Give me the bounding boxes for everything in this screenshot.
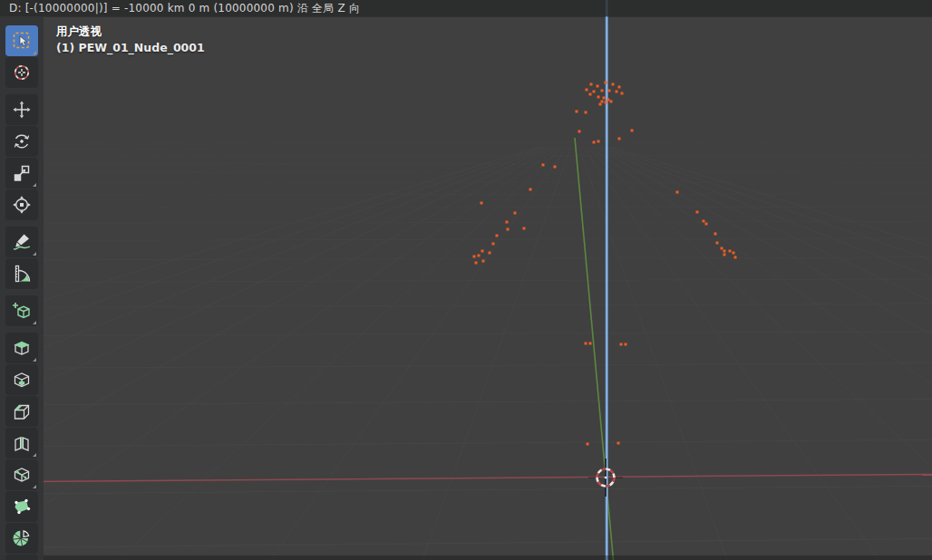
extrude-icon (11, 337, 33, 359)
select-box-icon (11, 30, 33, 52)
submenu-corner-icon (33, 358, 36, 362)
tool-button-extrude-region[interactable] (5, 333, 38, 363)
submenu-corner-icon (33, 252, 36, 256)
tool-button-select-box[interactable] (5, 25, 38, 56)
viewport-bottom-edge (0, 555, 932, 560)
tool-button-cursor[interactable] (5, 57, 38, 88)
measure-icon (11, 263, 33, 285)
floor-grid (0, 142, 932, 560)
tool-button-annotate[interactable] (5, 227, 38, 257)
cursor-3d (588, 459, 623, 497)
x-axis-line (0, 474, 932, 481)
loop-cut-icon (11, 432, 33, 454)
transform-status-bar: D: [-(10000000|)] = -10000 km 0 m (10000… (0, 0, 932, 16)
annotate-icon (11, 231, 33, 253)
tool-button-loop-cut[interactable] (5, 428, 38, 459)
add-cube-icon (11, 300, 33, 322)
transform-icon (11, 194, 33, 216)
tool-button-measure[interactable] (5, 258, 38, 289)
tool-button-bevel[interactable] (5, 396, 38, 427)
tool-button-smooth[interactable] (5, 555, 38, 560)
tool-button-add-cube[interactable] (5, 295, 38, 326)
inset-icon (11, 369, 33, 391)
tool-button-poly-build[interactable] (5, 491, 38, 522)
axis-lines (0, 0, 932, 560)
bevel-icon (11, 401, 33, 422)
scale-icon (11, 162, 33, 184)
tool-button-scale[interactable] (5, 158, 38, 188)
viewport-3d[interactable] (0, 0, 932, 560)
tool-button-transform[interactable] (5, 189, 38, 220)
poly-build-icon (11, 496, 33, 517)
submenu-corner-icon (33, 321, 36, 324)
rotate-icon (11, 130, 33, 152)
spin-icon (11, 527, 33, 549)
submenu-corner-icon (33, 51, 36, 54)
tool-button-inset-faces[interactable] (5, 364, 38, 395)
tool-button-rotate[interactable] (5, 126, 38, 157)
blender-window: { "header": { "status_text": "D: [-(1000… (0, 0, 932, 560)
active-object-label: (1) PEW_01_Nude_0001 (56, 41, 205, 54)
tool-button-move[interactable] (5, 94, 38, 125)
knife-icon (11, 464, 33, 486)
cursor-tool-icon (11, 62, 33, 83)
submenu-corner-icon (33, 485, 36, 488)
transform-status-text: D: [-(10000000|)] = -10000 km 0 m (10000… (0, 0, 360, 16)
tool-button-spin[interactable] (5, 523, 38, 554)
tool-shelf (0, 16, 44, 560)
submenu-corner-icon (33, 453, 36, 457)
selected-vertices (473, 82, 737, 446)
tool-button-knife[interactable] (5, 459, 38, 490)
view-perspective-label: 用户透视 (56, 24, 102, 40)
move-icon (11, 99, 33, 121)
submenu-corner-icon (33, 183, 36, 187)
